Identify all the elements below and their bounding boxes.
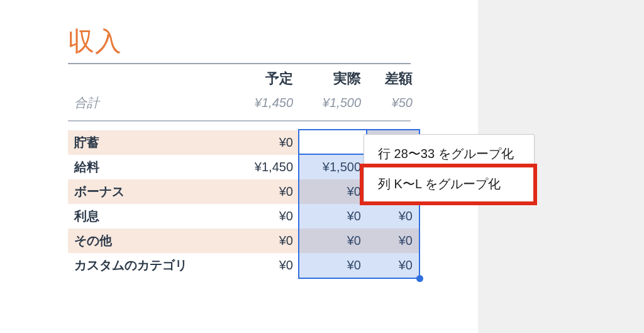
row-label[interactable]: その他 — [68, 229, 231, 253]
header-planned: 予定 — [231, 65, 299, 92]
cell-actual[interactable]: ¥0 — [299, 204, 367, 229]
title-rule — [68, 63, 411, 64]
cell-planned[interactable]: ¥1,450 — [231, 155, 299, 179]
row-label[interactable]: 貯蓄 — [68, 130, 231, 155]
summary-label: 合計 — [68, 92, 231, 118]
row-label[interactable]: 利息 — [68, 204, 231, 229]
table-row[interactable]: カスタムのカテゴリ¥0¥0¥0 — [68, 253, 419, 278]
row-label[interactable]: 給料 — [68, 155, 231, 179]
spreadsheet-area: 収入 予定 実際 差額 合計 ¥1,450 ¥1,500 ¥50 貯蓄¥0¥0給… — [0, 0, 478, 278]
cell-planned[interactable]: ¥0 — [231, 130, 299, 155]
section-title: 収入 — [68, 24, 463, 59]
summary-actual: ¥1,500 — [299, 92, 367, 118]
header-row: 予定 実際 差額 — [68, 65, 419, 92]
header-label — [68, 65, 231, 92]
summary-diff: ¥50 — [367, 92, 419, 118]
cell-actual[interactable]: ¥0 — [299, 179, 367, 204]
summary-row: 合計 ¥1,450 ¥1,500 ¥50 — [68, 92, 419, 118]
cell-planned[interactable]: ¥0 — [231, 253, 299, 278]
context-menu[interactable]: 行 28〜33 をグループ化 列 K〜L をグループ化 — [364, 134, 535, 203]
cell-actual[interactable]: ¥0 — [299, 130, 367, 155]
cell-actual[interactable]: ¥0 — [299, 253, 367, 278]
cell-diff[interactable]: ¥0 — [367, 229, 419, 253]
row-label[interactable]: カスタムのカテゴリ — [68, 253, 231, 278]
cell-diff[interactable]: ¥0 — [367, 253, 419, 278]
summary-rule — [68, 120, 411, 121]
header-actual: 実際 — [299, 65, 367, 92]
table-row[interactable]: 利息¥0¥0¥0 — [68, 204, 419, 229]
cell-planned[interactable]: ¥0 — [231, 179, 299, 204]
summary-planned: ¥1,450 — [231, 92, 299, 118]
menu-group-rows[interactable]: 行 28〜33 をグループ化 — [364, 141, 534, 171]
cell-actual[interactable]: ¥0 — [299, 229, 367, 253]
cell-diff[interactable]: ¥0 — [367, 204, 419, 229]
table-row[interactable]: その他¥0¥0¥0 — [68, 229, 419, 253]
menu-group-cols[interactable]: 列 K〜L をグループ化 — [364, 171, 534, 196]
cell-planned[interactable]: ¥0 — [231, 204, 299, 229]
cell-planned[interactable]: ¥0 — [231, 229, 299, 253]
cell-actual[interactable]: ¥1,500 — [299, 155, 367, 179]
row-label[interactable]: ボーナス — [68, 179, 231, 204]
header-diff: 差額 — [367, 65, 419, 92]
